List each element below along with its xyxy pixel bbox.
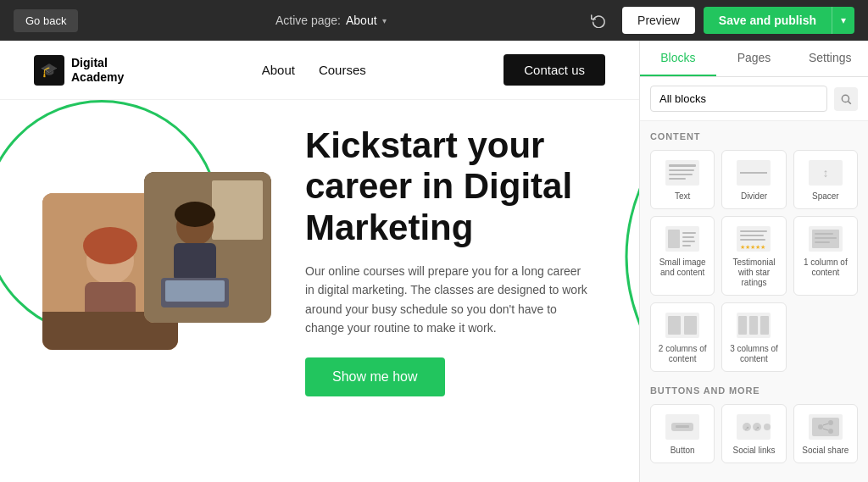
1col-block-label: 1 column of content [798,258,854,278]
go-back-button[interactable]: Go back [14,9,78,32]
history-button[interactable] [583,5,614,36]
svg-rect-41 [684,316,697,335]
svg-rect-17 [669,174,693,175]
svg-rect-24 [668,230,680,248]
2col-block-label: 2 columns of content [654,344,710,364]
social-links-block-icon: ↗ ↗ [733,412,774,442]
chevron-down-icon[interactable]: ▾ [382,16,387,25]
site-logo: 🎓 Digital Academy [34,55,124,86]
block-item-testimonial[interactable]: ★★★★★ Testimonial with star ratings [721,216,786,296]
button-block-icon [662,412,703,442]
save-publish-dropdown-button[interactable]: ▾ [832,7,854,34]
block-item-button[interactable]: Button [650,404,715,463]
svg-text:↗: ↗ [754,425,760,431]
active-page-name: About [346,14,377,27]
svg-text:↕: ↕ [822,166,828,180]
svg-rect-9 [174,243,216,281]
panel-search-row: All blocks [640,77,868,121]
hero-image-front [144,172,271,323]
active-page-indicator: Active page: About ▾ [275,14,387,27]
text-block-label: Text [675,191,690,202]
hero-description: Our online courses will prepare you for … [305,262,593,338]
svg-rect-11 [165,280,225,302]
buttons-section-label: BUTTONS AND MORE [650,385,858,396]
svg-rect-16 [669,169,694,171]
svg-rect-45 [760,316,769,335]
svg-point-57 [818,424,823,429]
block-item-spacer[interactable]: ↕ Spacer [793,150,858,209]
save-publish-button[interactable]: Save and publish [704,7,832,34]
site-header: 🎓 Digital Academy About Courses Contact … [0,41,639,100]
main-layout: 🎓 Digital Academy About Courses Contact … [0,41,868,482]
top-bar: Go back Active page: About ▾ Preview Sav… [0,0,868,41]
svg-rect-31 [740,235,764,236]
active-page-label: Active page: [275,14,341,27]
button-block-label: Button [670,446,695,456]
site-nav: About Courses [262,63,366,77]
block-item-2col[interactable]: 2 columns of content [650,302,715,372]
svg-rect-37 [815,237,837,239]
svg-point-8 [175,202,215,227]
svg-rect-48 [676,425,689,428]
svg-rect-28 [682,245,691,247]
hero-title: Kickstart your career in Digital Marketi… [305,125,605,248]
block-item-divider[interactable]: Divider [721,150,786,209]
panel-content: CONTENT Text [640,121,868,482]
spacer-block-icon: ↕ [805,158,846,188]
contact-button[interactable]: Contact us [504,54,605,86]
hero-content: Kickstart your career in Digital Marketi… [305,125,605,396]
tab-pages[interactable]: Pages [716,41,793,76]
top-bar-actions: Preview Save and publish ▾ [583,5,854,36]
svg-text:↗: ↗ [744,425,749,431]
right-panel: Blocks Pages Settings All blocks CONTENT [639,41,868,482]
block-item-3col[interactable]: 3 columns of content [721,302,786,372]
small-image-block-icon [662,224,703,254]
hero-section: Kickstart your career in Digital Marketi… [0,100,639,413]
svg-point-2 [83,227,137,264]
svg-point-59 [828,429,833,434]
logo-text: Digital Academy [71,56,124,85]
3col-block-icon [733,310,774,341]
2col-block-icon [662,310,703,341]
preview-button[interactable]: Preview [622,7,695,34]
tab-blocks[interactable]: Blocks [640,41,716,76]
svg-point-12 [842,95,849,102]
svg-rect-44 [749,316,758,335]
tab-settings[interactable]: Settings [792,41,868,76]
svg-rect-6 [212,180,263,240]
block-item-small-image[interactable]: Small image and content [650,216,715,296]
save-publish-group: Save and publish ▾ [704,7,854,34]
svg-point-58 [828,420,833,425]
svg-rect-32 [740,239,765,241]
social-links-block-label: Social links [732,446,775,456]
1col-block-icon [805,224,846,254]
block-item-text[interactable]: Text [650,150,715,209]
social-share-block-label: Social share [802,446,849,456]
blocks-filter-select[interactable]: All blocks [650,86,827,112]
3col-block-label: 3 columns of content [726,344,782,364]
cta-button[interactable]: Show me how [305,357,445,396]
block-item-social-share[interactable]: Social share [793,404,858,463]
svg-rect-43 [738,316,747,335]
social-share-block-icon [805,412,846,442]
svg-rect-56 [812,418,839,436]
content-section-label: CONTENT [650,131,858,141]
text-block-icon [662,158,703,188]
spacer-block-label: Spacer [812,191,839,202]
logo-icon: 🎓 [34,55,64,86]
block-item-1col[interactable]: 1 column of content [793,216,858,296]
divider-block-label: Divider [741,191,767,202]
small-image-block-label: Small image and content [654,258,710,278]
svg-rect-30 [740,230,767,232]
nav-item-courses[interactable]: Courses [319,63,366,77]
svg-text:★★★★★: ★★★★★ [740,244,765,250]
block-item-social-links[interactable]: ↗ ↗ Social links [721,404,786,463]
nav-item-about[interactable]: About [262,63,295,77]
svg-rect-27 [682,241,695,242]
search-icon[interactable] [834,87,858,111]
svg-rect-25 [682,232,696,234]
svg-point-52 [764,424,771,430]
svg-rect-15 [669,164,696,167]
green-curve-right [622,172,639,341]
buttons-blocks-grid: Button ↗ ↗ Social li [650,404,858,463]
